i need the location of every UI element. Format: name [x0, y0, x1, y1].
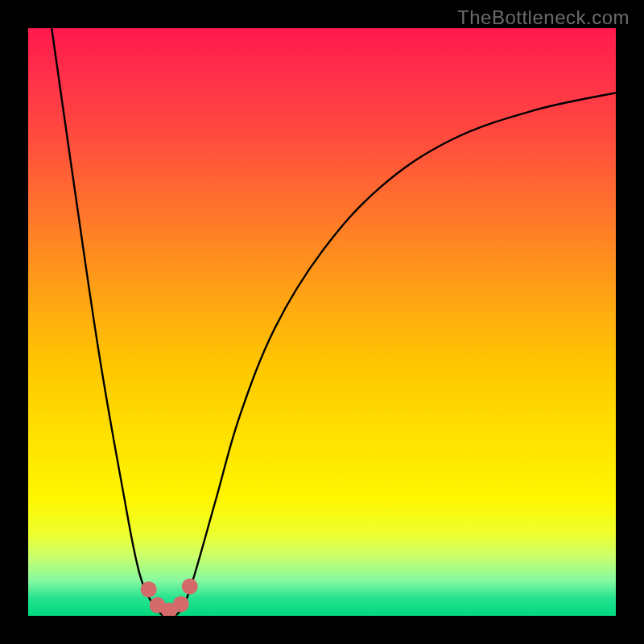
- curve-path: [52, 28, 616, 616]
- highlight-dot: [141, 581, 157, 597]
- bottleneck-curve: [28, 28, 616, 616]
- highlight-dot: [182, 579, 198, 595]
- highlight-dot: [173, 596, 189, 612]
- plot-area: [28, 28, 616, 616]
- watermark-text: TheBottleneck.com: [457, 6, 630, 29]
- chart-frame: TheBottleneck.com: [0, 0, 644, 644]
